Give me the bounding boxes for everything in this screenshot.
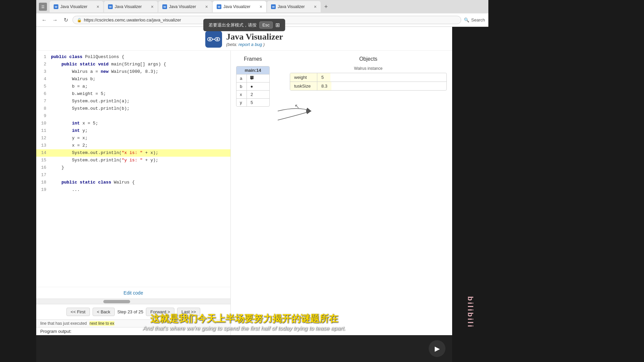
report-bug-link[interactable]: report a bug xyxy=(238,42,262,47)
code-line-19: 19 ... xyxy=(36,186,230,194)
tab-4-close[interactable]: × xyxy=(260,4,262,9)
code-line-16: 16 } xyxy=(36,164,230,171)
tab-5-favicon: W xyxy=(271,4,276,9)
left-sidebar xyxy=(0,0,36,362)
tab-2-favicon: W xyxy=(108,4,113,9)
tab-4[interactable]: W Java Visualizer × xyxy=(213,1,266,12)
code-line-7: 7 System.out.println(a); xyxy=(36,98,230,105)
code-line-14: 14 System.out.println("x is: " + x); xyxy=(36,149,230,157)
frame-row-b: b ● xyxy=(236,82,269,90)
sidebar-toggle[interactable]: ☰ xyxy=(39,3,47,11)
tab-5-close[interactable]: × xyxy=(314,4,317,9)
lock-icon: 🔒 xyxy=(77,18,82,22)
cursor-indicator: ↖ xyxy=(294,103,300,110)
code-line-11: 11 int y; xyxy=(36,127,230,135)
instance-table: weight 5 tuskSize 8.3 xyxy=(290,73,447,91)
frame-var-x: x xyxy=(236,91,247,98)
value-weight: 5 xyxy=(317,73,330,82)
forward-button[interactable]: → xyxy=(51,16,59,24)
subtitle-chinese: 这就是我们今天上半场要努力揭开的谜题所在 xyxy=(36,312,452,325)
right-sidebar: bilibili xyxy=(452,27,488,335)
pointer-dot-a: ● xyxy=(250,76,254,79)
frames-title: main:14 xyxy=(236,66,269,74)
search-text: Search xyxy=(471,17,485,22)
subtitle-english: And that's where we're going to spend th… xyxy=(36,325,452,332)
frame-row-a: a ● xyxy=(236,74,269,82)
tab-3-label: Java Visualizer xyxy=(169,4,196,9)
code-line-8: 8 System.out.println(b); xyxy=(36,105,230,112)
code-line-1: 1 public class PollQuestions { xyxy=(36,53,230,61)
tab-1-label: Java Visualizer xyxy=(60,4,87,9)
code-panel: 1 public class PollQuestions { 2 public … xyxy=(36,51,231,335)
pointer-dot-b: ● xyxy=(251,84,253,89)
tab-4-label: Java Visualizer xyxy=(223,4,250,9)
browser-toolbar: ⬇ ⊞ 👤 ☰ xyxy=(488,17,488,23)
tab-2-label: Java Visualizer xyxy=(115,4,142,9)
frame-var-y: y xyxy=(236,99,247,106)
fullscreen-notice: 若要退出全屏模式，请按 Esc ⊞ xyxy=(203,19,285,31)
reload-button[interactable]: ↻ xyxy=(62,16,70,24)
tab-bar: ☰ W Java Visualizer × W Java Visualizer … xyxy=(36,0,488,13)
svg-point-4 xyxy=(216,38,218,40)
value-tusksize: 8.3 xyxy=(317,82,331,90)
walrus-instance-label: Walrus instance xyxy=(290,66,447,71)
search-area[interactable]: 🔍 Search xyxy=(464,17,485,22)
tab-3-close[interactable]: × xyxy=(205,4,208,9)
frame-val-x: 2 xyxy=(247,91,257,98)
download-icon[interactable]: ⬇ xyxy=(488,17,488,23)
instance-row-weight: weight 5 xyxy=(290,73,446,82)
tab-1[interactable]: W Java Visualizer × xyxy=(50,1,103,12)
frame-val-b: ● xyxy=(247,83,257,90)
jv-subtitle: (beta: report a bug ) xyxy=(226,42,283,47)
back-button[interactable]: ← xyxy=(40,16,48,24)
tab-5[interactable]: W Java Visualizer × xyxy=(267,1,321,12)
code-line-12: 12 y = x; xyxy=(36,135,230,142)
new-tab-button[interactable]: + xyxy=(321,2,331,11)
code-line-3: 3 Walrus a = new Walrus(1000, 8.3); xyxy=(36,68,230,75)
tab-2[interactable]: W Java Visualizer × xyxy=(104,1,158,12)
subtitle-area: 这就是我们今天上半场要努力揭开的谜题所在 And that's where we… xyxy=(36,312,452,332)
frame-var-b: b xyxy=(236,83,247,90)
frame-val-a: ● xyxy=(247,74,257,82)
tab-3[interactable]: W Java Visualizer × xyxy=(158,1,212,12)
code-area[interactable]: 1 public class PollQuestions { 2 public … xyxy=(36,51,230,287)
frame-val-y: 5 xyxy=(247,99,257,106)
edit-code-button[interactable]: Edit code xyxy=(123,290,143,296)
svg-point-3 xyxy=(209,38,211,40)
tab-4-favicon: W xyxy=(217,4,221,9)
objects-column: Objects Walrus instance weight 5 tuskSiz… xyxy=(290,56,447,107)
field-tusksize: tuskSize xyxy=(290,82,317,90)
viz-panel: Frames main:14 a ● b xyxy=(231,51,452,335)
search-icon: 🔍 xyxy=(464,17,469,22)
field-weight: weight xyxy=(290,73,317,82)
bottom-bar: ▶ xyxy=(36,335,452,362)
code-line-13: 13 x = 2; xyxy=(36,142,230,149)
tab-1-close[interactable]: × xyxy=(97,4,99,9)
jv-title: Java Visualizer xyxy=(226,32,283,42)
jv-logo xyxy=(205,31,222,48)
frame-var-a: a xyxy=(236,74,247,82)
viz-columns: Frames main:14 a ● b xyxy=(236,56,447,107)
arrows-svg xyxy=(244,101,378,202)
fullscreen-text: 若要退出全屏模式，请按 xyxy=(209,22,257,28)
play-button[interactable]: ▶ xyxy=(429,340,445,357)
code-line-6: 6 b.weight = 5; xyxy=(36,90,230,98)
frames-table: main:14 a ● b ● xyxy=(236,66,270,107)
code-line-18: 18 public static class Walrus { xyxy=(36,179,230,186)
tab-5-label: Java Visualizer xyxy=(278,4,305,9)
instance-row-tusksize: tuskSize 8.3 xyxy=(290,82,446,90)
edit-code-link[interactable]: Edit code xyxy=(36,287,230,299)
frames-header: Frames xyxy=(236,56,270,62)
horizontal-scrollbar[interactable] xyxy=(36,299,230,304)
frame-row-y: y 5 xyxy=(236,98,269,106)
esc-key[interactable]: Esc xyxy=(259,21,273,29)
objects-header: Objects xyxy=(290,56,447,62)
code-line-4: 4 Walrus b; xyxy=(36,75,230,83)
code-line-2: 2 public static void main(String[] args)… xyxy=(36,61,230,68)
tab-3-favicon: W xyxy=(162,4,167,9)
tab-2-close[interactable]: × xyxy=(151,4,154,9)
main-split: 1 public class PollQuestions { 2 public … xyxy=(36,51,452,335)
jv-title-block: Java Visualizer (beta: report a bug ) xyxy=(226,32,283,47)
code-line-10: 10 int x = 5; xyxy=(36,120,230,127)
scrollbar-thumb[interactable] xyxy=(103,300,130,303)
